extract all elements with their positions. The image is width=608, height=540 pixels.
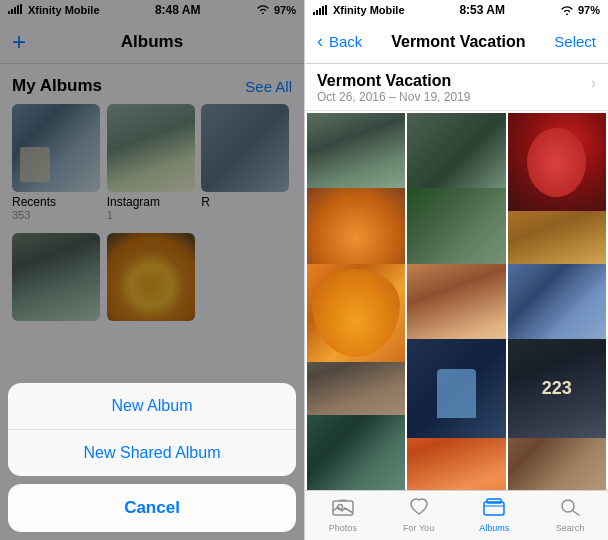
album-header: Vermont Vacation Oct 26, 2016 – Nov 19, … (305, 64, 608, 111)
photos-tab-label-right: Photos (329, 523, 357, 533)
tab-photos-right[interactable]: Photos (305, 498, 381, 533)
photo-cell-12[interactable] (508, 339, 606, 437)
tab-search-right[interactable]: Search (532, 498, 608, 533)
battery-right: 97% (578, 4, 600, 16)
svg-rect-5 (313, 12, 315, 15)
svg-point-15 (562, 500, 574, 512)
album-nav-title: Vermont Vacation (391, 33, 525, 51)
search-tab-label-right: Search (556, 523, 585, 533)
left-panel: Xfinity Mobile 8:48 AM 97% + Albums My A… (0, 0, 304, 540)
back-button[interactable]: ‹ Back (317, 31, 362, 52)
search-tab-icon (559, 498, 581, 521)
svg-rect-8 (322, 6, 324, 15)
foryou-tab-label-right: For You (403, 523, 434, 533)
right-panel: Xfinity Mobile 8:53 AM 97% ‹ Back Vermon… (304, 0, 608, 540)
photo-cell-7[interactable] (307, 264, 405, 362)
photo-cell-3[interactable] (508, 113, 606, 211)
carrier-right: Xfinity Mobile (313, 4, 405, 16)
select-button[interactable]: Select (554, 33, 596, 50)
album-header-text: Vermont Vacation Oct 26, 2016 – Nov 19, … (317, 72, 470, 104)
albums-tab-icon (483, 498, 505, 521)
album-header-chevron-icon: › (591, 74, 596, 92)
svg-rect-14 (487, 499, 501, 503)
svg-rect-7 (319, 8, 321, 15)
time-right: 8:53 AM (459, 3, 505, 17)
photos-tab-icon (332, 498, 354, 521)
battery-area-right: 97% (560, 4, 600, 16)
action-sheet: New Album New Shared Album Cancel (0, 375, 304, 540)
album-dates: Oct 26, 2016 – Nov 19, 2019 (317, 90, 470, 104)
new-shared-album-button[interactable]: New Shared Album (8, 430, 296, 476)
svg-rect-6 (316, 10, 318, 15)
svg-rect-9 (325, 5, 327, 15)
svg-line-16 (573, 511, 579, 515)
foryou-tab-icon (408, 498, 430, 521)
new-album-button[interactable]: New Album (8, 383, 296, 430)
album-title-large: Vermont Vacation (317, 72, 470, 90)
tab-bar-right: Photos For You Albums Search (305, 490, 608, 540)
photo-cell-13[interactable] (307, 415, 405, 490)
nav-bar-right: ‹ Back Vermont Vacation Select (305, 20, 608, 64)
carrier-name-right: Xfinity Mobile (333, 4, 405, 16)
svg-rect-13 (484, 502, 504, 515)
svg-rect-12 (339, 499, 347, 502)
status-bar-right: Xfinity Mobile 8:53 AM 97% (305, 0, 608, 20)
albums-tab-label-right: Albums (479, 523, 509, 533)
action-group: New Album New Shared Album (8, 383, 296, 476)
action-sheet-overlay: New Album New Shared Album Cancel (0, 0, 304, 540)
tab-foryou-right[interactable]: For You (381, 498, 457, 533)
back-label: Back (329, 33, 362, 50)
cancel-button[interactable]: Cancel (8, 484, 296, 532)
photo-cell-11[interactable] (407, 339, 505, 437)
tab-albums-right[interactable]: Albums (457, 498, 533, 533)
photo-grid (305, 111, 608, 490)
back-chevron-icon: ‹ (317, 31, 323, 52)
